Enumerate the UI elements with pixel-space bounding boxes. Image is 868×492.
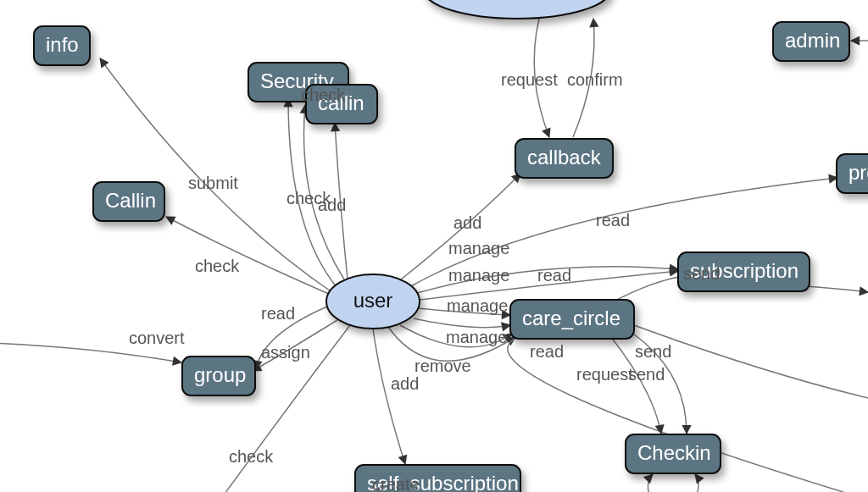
edge-label-21: send	[628, 365, 665, 384]
node-checkin-label: Checkin	[637, 441, 711, 464]
edge-label-1: check	[301, 86, 346, 104]
node-info: info	[34, 26, 90, 65]
edge-label-10: manage	[448, 266, 509, 285]
edge-label-12: send	[683, 264, 720, 283]
edge-label-17: read	[530, 342, 564, 361]
edge-label-18: read	[596, 211, 630, 229]
edge-14	[414, 318, 510, 328]
node-user-label: user	[353, 289, 393, 312]
node-callin_big-label: Callin	[105, 189, 156, 212]
edge-label-24: check	[229, 447, 274, 466]
edge-label-3: add	[318, 196, 346, 214]
edge-label-19: send	[635, 342, 671, 361]
node-info-label: info	[46, 33, 79, 56]
edge-label-25: create	[372, 475, 420, 492]
edge-25	[373, 329, 405, 464]
node-admin: admin	[773, 22, 849, 61]
node-care_circle: care_circle	[510, 300, 634, 339]
edge-27	[648, 474, 653, 492]
edge-label-7: assign	[261, 343, 310, 362]
node-loved_one: loved_one	[424, 0, 610, 19]
edge-label-15: remove	[415, 357, 471, 375]
edge-label-5: read	[261, 304, 295, 323]
node-group: group	[182, 357, 255, 395]
edge-28	[695, 474, 698, 492]
node-callback-label: callback	[527, 146, 602, 169]
node-callback: callback	[515, 139, 613, 178]
node-checkin: Checkin	[626, 434, 721, 473]
node-profile-label: prof	[849, 161, 868, 184]
edge-label-23: confirm	[567, 70, 623, 89]
edge-label-0: submit	[188, 174, 238, 192]
edge-label-13: manage	[447, 296, 508, 315]
node-user: user	[326, 274, 420, 329]
edge-label-8: add	[453, 213, 481, 232]
edge-label-14: manage	[446, 328, 507, 346]
node-admin-label: admin	[785, 29, 840, 52]
edge-label-16: add	[391, 374, 419, 393]
node-profile: prof	[837, 154, 868, 193]
edge-19	[634, 325, 868, 398]
node-callin_big: Callin	[93, 182, 164, 221]
edge-label-11: read	[537, 266, 571, 285]
node-loved_one-ellipse	[424, 0, 610, 19]
node-care_circle-label: care_circle	[522, 307, 620, 329]
edge-label-20: request	[576, 365, 633, 384]
edge-label-22: request	[501, 70, 558, 89]
node-group-label: group	[194, 363, 246, 386]
edge-label-6: convert	[129, 329, 185, 347]
edge-label-9: manage	[448, 239, 509, 257]
edge-label-4: check	[195, 257, 240, 275]
